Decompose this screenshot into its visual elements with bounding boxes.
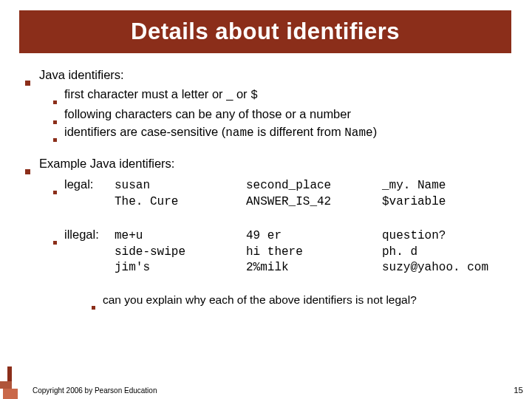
illegal-columns: me+u side-swipe jim's 49 er hi there 2%m…	[115, 228, 507, 276]
subbullet-text: following characters can be any of those…	[64, 106, 507, 122]
bullet-icon	[53, 120, 57, 124]
copyright-text: Copyright 2006 by Pearson Education	[33, 386, 157, 395]
bullet-icon	[92, 306, 95, 310]
page-number: 15	[514, 386, 523, 395]
subbullet-text: first character must a letter or _ or $	[64, 86, 507, 104]
illegal-col3: question? ph. d suzy@yahoo. com	[382, 228, 507, 276]
legal-columns: susan The. Cure second_place ANSWER_IS_4…	[115, 178, 507, 210]
legal-col1: susan The. Cure	[115, 178, 246, 210]
legal-col2: second_place ANSWER_IS_42	[246, 178, 382, 210]
footer-decoration	[0, 356, 27, 399]
subbullet: following characters can be any of those…	[53, 106, 507, 122]
illegal-col2: 49 er hi there 2%milk	[246, 228, 382, 276]
illegal-label: illegal:	[64, 226, 115, 242]
bullet-icon	[25, 81, 30, 86]
bullet-text: Example Java identifiers:	[39, 155, 174, 171]
slide-content: Java identifiers: first character must a…	[0, 53, 532, 308]
legal-label: legal:	[64, 176, 115, 192]
bullet-example-identifiers: Example Java identifiers:	[25, 155, 507, 171]
bullet-icon	[53, 241, 57, 245]
bullet-icon	[53, 191, 57, 194]
illegal-col1: me+u side-swipe jim's	[115, 228, 246, 276]
subbullet: first character must a letter or _ or $	[53, 86, 507, 104]
bullet-text: Java identifiers:	[39, 66, 124, 83]
legal-col3: _my. Name $variable	[382, 178, 507, 210]
subbullets-identifiers: first character must a letter or _ or $ …	[53, 86, 507, 141]
bullet-icon	[25, 169, 30, 174]
slide-title: Details about identifiers	[131, 18, 400, 45]
slide-title-band: Details about identifiers	[19, 10, 511, 53]
bullet-icon	[53, 100, 57, 104]
illegal-row: illegal: me+u side-swipe jim's 49 er hi …	[53, 226, 507, 276]
examples-block: legal: susan The. Cure second_place ANSW…	[53, 176, 507, 276]
bullet-java-identifiers: Java identifiers:	[25, 66, 507, 83]
question-row: can you explain why each of the above id…	[92, 293, 507, 308]
legal-row: legal: susan The. Cure second_place ANSW…	[53, 176, 507, 210]
subbullet: identifiers are case-sensitive (name is …	[53, 123, 507, 142]
subbullet-text: identifiers are case-sensitive (name is …	[64, 123, 507, 142]
question-text: can you explain why each of the above id…	[103, 293, 417, 308]
bullet-icon	[53, 138, 57, 142]
